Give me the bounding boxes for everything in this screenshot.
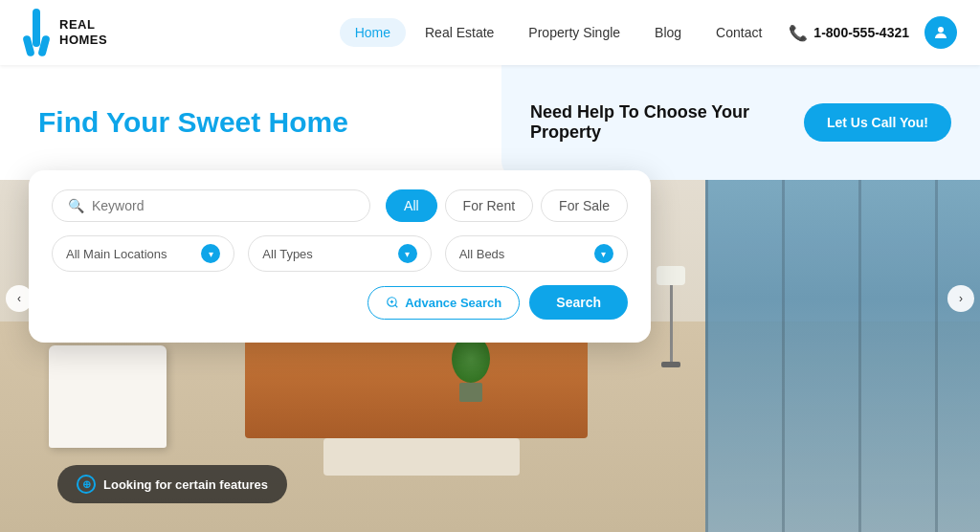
- svg-line-5: [395, 305, 398, 308]
- logo-text: REAL HOMES: [59, 17, 107, 47]
- nav-item-blog[interactable]: Blog: [639, 18, 697, 47]
- features-icon: ⊕: [77, 475, 96, 494]
- search-icon: 🔍: [68, 198, 84, 213]
- nav-item-contact[interactable]: Contact: [701, 18, 777, 47]
- banner-title: Find Your Sweet Home: [38, 105, 463, 140]
- location-label: All Main Locations: [66, 247, 195, 261]
- carousel-left-arrow[interactable]: ‹: [6, 285, 33, 312]
- filter-tab-forrent[interactable]: For Rent: [445, 189, 533, 222]
- search-box: 🔍 All For Rent For Sale All Main Locatio…: [29, 170, 651, 343]
- keyword-input-wrap[interactable]: 🔍: [52, 189, 370, 222]
- location-dropdown[interactable]: All Main Locations ▾: [52, 235, 234, 272]
- carousel-right-arrow[interactable]: ›: [947, 285, 974, 312]
- banner-right: Need Help To Choose Your Property Let Us…: [501, 65, 980, 180]
- help-text: Need Help To Choose Your Property: [530, 102, 804, 143]
- advance-search-icon: [386, 296, 399, 309]
- features-button[interactable]: ⊕ Looking for certain features: [57, 465, 287, 503]
- search-row3: Advance Search Search: [52, 285, 628, 320]
- search-row2: All Main Locations ▾ All Types ▾ All Bed…: [52, 235, 628, 272]
- main-nav: Home Real Estate Property Single Blog Co…: [340, 18, 778, 47]
- logo-icon: [23, 9, 52, 56]
- nav-item-propertysingle[interactable]: Property Single: [513, 18, 635, 47]
- nav-item-realestate[interactable]: Real Estate: [410, 18, 509, 47]
- search-row1: 🔍 All For Rent For Sale: [52, 189, 628, 222]
- phone-icon: 📞: [789, 24, 808, 42]
- advance-search-button[interactable]: Advance Search: [368, 286, 520, 320]
- hero-section: Find Your Sweet Home Need Help To Choose…: [0, 65, 980, 532]
- keyword-input[interactable]: [92, 198, 354, 213]
- svg-rect-0: [33, 9, 40, 47]
- location-arrow-icon: ▾: [201, 244, 220, 263]
- nav-item-home[interactable]: Home: [340, 18, 406, 47]
- type-arrow-icon: ▾: [398, 244, 417, 263]
- filter-tab-all[interactable]: All: [386, 189, 437, 222]
- phone-wrap[interactable]: 📞 1-800-555-4321: [789, 24, 909, 42]
- filter-tabs: All For Rent For Sale: [386, 189, 628, 222]
- header: REAL HOMES Home Real Estate Property Sin…: [0, 0, 980, 65]
- beds-arrow-icon: ▾: [594, 244, 613, 263]
- phone-number: 1-800-555-4321: [813, 25, 909, 40]
- type-dropdown[interactable]: All Types ▾: [248, 235, 431, 272]
- filter-tab-forsale[interactable]: For Sale: [541, 189, 628, 222]
- header-right: 📞 1-800-555-4321: [789, 16, 957, 49]
- beds-dropdown[interactable]: All Beds ▾: [445, 235, 628, 272]
- banner-left: Find Your Sweet Home: [0, 105, 501, 140]
- svg-point-3: [938, 27, 944, 33]
- user-avatar[interactable]: [924, 16, 957, 49]
- type-label: All Types: [262, 247, 391, 261]
- beds-label: All Beds: [459, 247, 589, 261]
- call-cta-button[interactable]: Let Us Call You!: [804, 103, 951, 142]
- banner-overlay: Find Your Sweet Home Need Help To Choose…: [0, 65, 980, 180]
- user-icon: [932, 24, 949, 41]
- search-button[interactable]: Search: [529, 285, 628, 320]
- logo[interactable]: REAL HOMES: [23, 9, 107, 56]
